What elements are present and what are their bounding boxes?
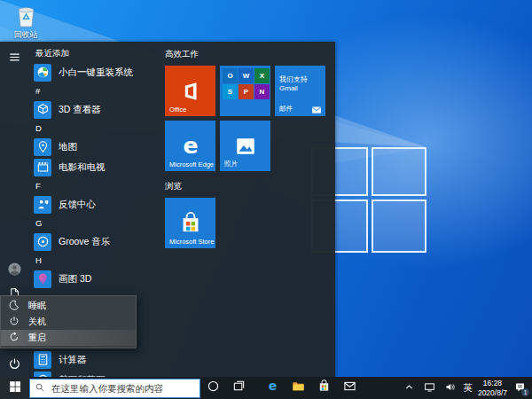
power-flyout-menu: 睡眠关机重启 [0,295,137,348]
suite-app-icon: N [254,84,270,99]
start-button[interactable] [0,377,29,399]
tile-照片[interactable]: 照片 [220,121,270,171]
app-label: 电影和电视 [59,161,106,174]
power-menu-item-label: 重启 [28,332,46,344]
chevron-up-icon [403,380,415,396]
tile-group-header: 浏览 [165,179,333,193]
tile-office[interactable]: Office [165,66,215,116]
expand-menu-button[interactable] [6,51,22,66]
tile-label: Office [169,106,186,113]
app-list-item[interactable]: 反馈中心 [29,194,164,215]
store-bag-icon [317,379,331,396]
app-list-item[interactable]: 画图 3D [29,269,164,289]
app-section-letter-header[interactable]: # [29,82,164,99]
office-suite-mini-icons: OWXSPN [223,68,270,99]
recycle-bin-icon [5,4,46,28]
suite-app-icon: X [254,68,270,83]
calculator-icon [34,351,51,369]
recycle-bin-desktop-icon[interactable]: 回收站 [5,4,46,41]
clock-time: 16:28 [478,379,507,387]
power-menu-item[interactable]: 重启 [1,330,136,346]
map-pin-icon [34,138,51,156]
app-section-letter-header[interactable]: G [29,215,164,231]
mail-tile-promo-text: 我们支持 Gmail [279,75,323,93]
app-list-item[interactable]: 电影和电视 [29,157,164,177]
taskbar-mail-button[interactable] [337,377,363,399]
suite-app-icon: P [239,84,254,99]
xiaobai-icon [34,64,51,82]
app-label: 画图 3D [59,273,91,286]
suite-app-icon: O [223,68,238,83]
tile-邮件[interactable]: 我们支持 Gmail邮件 [275,66,325,116]
app-list-item[interactable]: 计算器 [29,349,164,370]
taskbar-edge-button[interactable]: e [260,377,286,399]
windows-logo-icon [9,380,21,396]
tile-label: Microsoft Store [169,238,214,246]
taskbar: e 英 16:28 2020/8/7 1 [0,377,532,399]
system-tray: 英 16:28 2020/8/7 1 [402,379,532,396]
moon-icon [9,300,20,312]
groove-icon [34,233,51,251]
task-view-icon [232,379,246,396]
windows-desktop-screen: 回收站 最近添加小白一键重装系统#3D 查看器D地图电影和电视F反馈中心GGro… [0,0,532,399]
volume-button[interactable] [442,379,458,397]
tile-label: Microsoft Edge [169,160,214,168]
app-label: 小白一键重装系统 [59,66,133,79]
power-button[interactable] [6,357,22,373]
folder-icon [292,379,305,396]
svg-text:e: e [269,379,278,393]
clock-date: 2020/8/7 [478,388,507,397]
speaker-icon [444,380,456,396]
tile-microsoft-edge[interactable]: eMicrosoft Edge [165,121,215,171]
app-label: 3D 查看器 [59,104,101,116]
edge-icon: e [266,379,279,396]
notification-badge: 1 [521,388,529,396]
action-center-button[interactable]: 1 [512,379,528,397]
app-label: Groove 音乐 [59,236,110,248]
user-avatar-icon [8,262,21,279]
tile-grid: Microsoft Store [165,198,333,248]
movies-icon [34,159,51,176]
app-list-item[interactable]: Groove 音乐 [29,231,164,252]
search-input[interactable] [50,382,195,395]
taskbar-store-button[interactable] [311,377,337,399]
task-view-button[interactable] [226,377,252,399]
tile-microsoft-store[interactable]: Microsoft Store [165,198,215,248]
recycle-bin-label: 回收站 [5,29,46,41]
hidden-icons-button[interactable] [402,379,417,397]
start-menu-tiles: 高效工作OfficeOWXSPN我们支持 Gmail邮件eMicrosoft E… [165,47,333,256]
tile-office-suite[interactable]: OWXSPN [220,66,270,116]
ime-indicator[interactable]: 英 [463,382,473,395]
power-menu-item-label: 睡眠 [28,300,46,312]
tile-grid: OfficeOWXSPN我们支持 Gmail邮件eMicrosoft Edge照… [165,66,333,171]
start-menu: 最近添加小白一键重装系统#3D 查看器D地图电影和电视F反馈中心GGroove … [0,42,335,377]
taskbar-search-box[interactable] [29,379,200,398]
app-list-item[interactable]: 3D 查看器 [29,99,164,120]
app-list-item[interactable]: 地图 [29,137,164,157]
suite-app-icon: S [223,84,238,99]
tile-label: 邮件 [279,105,293,113]
tile-label: 照片 [224,160,238,168]
cortana-button[interactable] [200,377,226,399]
app-label: 反馈中心 [59,199,96,211]
power-menu-item[interactable]: 关机 [1,314,136,330]
search-icon [35,380,45,396]
app-list-item[interactable]: 小白一键重装系统 [29,62,164,82]
recently-added-header: 最近添加 [29,45,164,62]
network-monitor-icon [424,380,435,396]
suite-app-icon: W [239,68,254,83]
network-status-button[interactable] [422,379,437,397]
app-section-letter-header[interactable]: F [29,177,164,194]
tile-group-header: 高效工作 [165,47,333,61]
power-icon [9,316,20,328]
app-section-letter-header[interactable]: H [29,252,164,269]
taskbar-file-explorer-button[interactable] [286,377,311,399]
app-section-letter-header[interactable]: D [29,120,164,137]
power-menu-item[interactable]: 睡眠 [1,298,136,314]
power-icon [8,357,21,374]
user-account-button[interactable] [6,262,22,278]
restart-icon [9,332,20,344]
taskbar-clock[interactable]: 16:28 2020/8/7 [478,379,507,396]
mail-envelope-icon [343,379,356,396]
hamburger-icon [8,51,21,67]
